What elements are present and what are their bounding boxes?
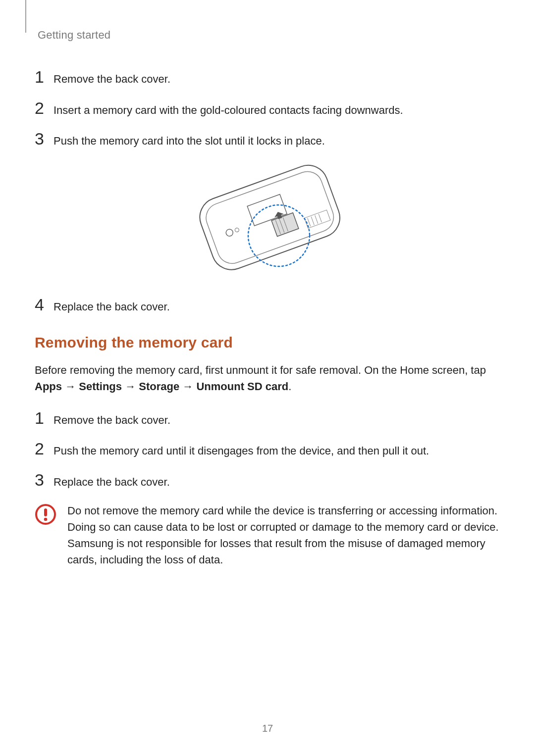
caution-icon <box>35 504 56 525</box>
caution-text: Do not remove the memory card while the … <box>67 503 500 568</box>
nav-storage: Storage <box>139 380 179 393</box>
svg-rect-17 <box>44 508 47 516</box>
list-item: 1 Remove the back cover. <box>35 409 500 428</box>
svg-line-12 <box>311 217 314 225</box>
nav-unmount: Unmount SD card <box>196 380 288 393</box>
step-text: Remove the back cover. <box>54 72 170 87</box>
svg-point-2 <box>225 228 234 237</box>
step-number: 3 <box>35 471 45 488</box>
step-number: 4 <box>35 296 45 313</box>
intro-text: Before removing the memory card, first u… <box>35 364 486 376</box>
list-item: 3 Replace the back cover. <box>35 471 500 490</box>
svg-point-3 <box>234 227 239 232</box>
svg-point-18 <box>44 518 48 521</box>
list-item: 2 Insert a memory card with the gold-col… <box>35 100 500 118</box>
header-rule <box>25 0 26 33</box>
remove-steps-list: 1 Remove the back cover. 2 Push the memo… <box>35 409 500 490</box>
memory-card-insert-illustration <box>173 161 362 275</box>
arrow-icon: → <box>182 380 193 393</box>
step-number: 2 <box>35 440 45 457</box>
period: . <box>288 380 291 393</box>
step-number: 2 <box>35 100 45 116</box>
svg-line-13 <box>315 215 318 224</box>
list-item: 4 Replace the back cover. <box>35 296 500 314</box>
chapter-title: Getting started <box>38 15 500 42</box>
step-number: 3 <box>35 130 45 147</box>
svg-rect-0 <box>194 161 345 275</box>
step-text: Insert a memory card with the gold-colou… <box>54 103 403 118</box>
insert-steps-list: 1 Remove the back cover. 2 Insert a memo… <box>35 68 500 149</box>
list-item: 1 Remove the back cover. <box>35 68 500 87</box>
step-text: Push the memory card until it disengages… <box>54 444 429 458</box>
insert-steps-list-continued: 4 Replace the back cover. <box>35 296 500 314</box>
step-text: Replace the back cover. <box>54 300 170 314</box>
page-content: 1 Remove the back cover. 2 Insert a memo… <box>35 42 500 568</box>
step-number: 1 <box>35 409 45 426</box>
nav-apps: Apps <box>35 380 62 393</box>
list-item: 2 Push the memory card until it disengag… <box>35 440 500 458</box>
step-text: Replace the back cover. <box>54 475 170 490</box>
svg-line-14 <box>319 214 321 222</box>
list-item: 3 Push the memory card into the slot unt… <box>35 130 500 149</box>
step-text: Remove the back cover. <box>54 413 170 428</box>
page-number: 17 <box>0 723 535 734</box>
step-number: 1 <box>35 68 45 85</box>
arrow-icon: → <box>125 380 136 393</box>
intro-paragraph: Before removing the memory card, first u… <box>35 362 500 395</box>
phone-back-svg <box>173 161 362 275</box>
step-text: Push the memory card into the slot until… <box>54 134 325 149</box>
caution-callout: Do not remove the memory card while the … <box>35 503 500 568</box>
section-heading-removing: Removing the memory card <box>35 334 500 351</box>
arrow-icon: → <box>65 380 76 393</box>
svg-rect-1 <box>202 167 338 268</box>
manual-page: Getting started 1 Remove the back cover.… <box>0 0 535 756</box>
nav-settings: Settings <box>79 380 122 393</box>
